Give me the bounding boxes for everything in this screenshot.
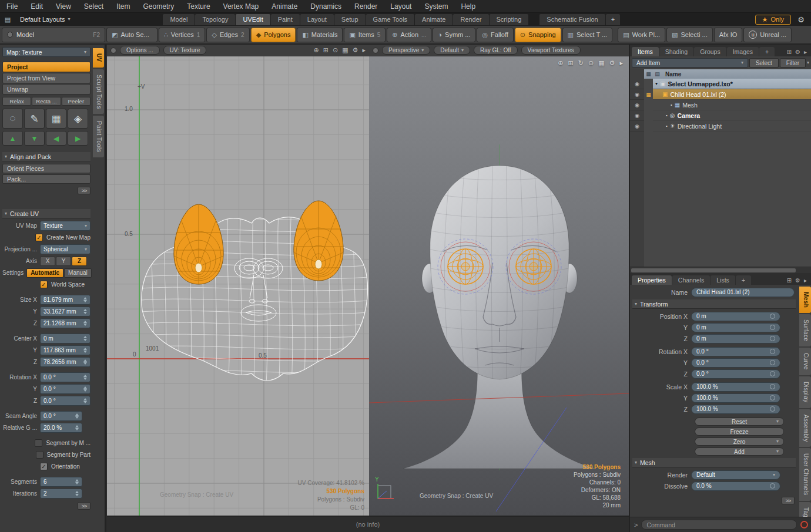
stepper[interactable] xyxy=(75,479,79,484)
item-name-field[interactable]: Child Head 01.lxl (2) xyxy=(691,288,795,297)
projection-type-dropdown[interactable]: Spherical ▾ xyxy=(40,244,91,254)
mini-slider-knob[interactable] xyxy=(770,325,775,330)
stepper[interactable] xyxy=(83,297,87,302)
tab-shading[interactable]: Shading xyxy=(659,47,694,56)
macro-record-button[interactable] xyxy=(800,521,808,528)
axis-y-button[interactable]: Y xyxy=(56,257,71,266)
tab-game-tools[interactable]: Game Tools xyxy=(366,14,415,25)
tab-assembly-props[interactable]: Assembly xyxy=(799,409,811,447)
scrollbar-thumb[interactable] xyxy=(631,268,796,272)
uv-pack-tool-button[interactable]: ◈ xyxy=(68,109,88,129)
tab-scripting[interactable]: Scripting xyxy=(490,14,529,25)
tab-user-channels-props[interactable]: User Channels xyxy=(799,448,811,500)
tab-schematic-fusion[interactable]: Schematic Fusion xyxy=(539,14,605,25)
ellipse-select-tool-button[interactable]: ◌ xyxy=(2,109,23,129)
menu-geometry[interactable]: Geometry xyxy=(137,2,181,11)
fit-icon[interactable]: ⊙ xyxy=(333,46,338,54)
move-down-button[interactable]: ▼ xyxy=(24,131,45,146)
stepper[interactable] xyxy=(83,321,87,326)
tab-sculpt-tools[interactable]: Sculpt Tools xyxy=(93,69,104,115)
tab-lists[interactable]: Lists xyxy=(711,275,735,285)
zoom-icon[interactable]: ⊕ xyxy=(314,46,319,54)
add-item-dropdown[interactable]: Add Item ▾ xyxy=(632,58,748,68)
tab-paint-tools[interactable]: Paint Tools xyxy=(93,116,104,157)
rotation-x-field[interactable]: 0.0 ° xyxy=(40,372,91,382)
map-selector-dropdown[interactable]: Map: Texture ▾ xyxy=(2,47,91,57)
viewport-textures-button[interactable]: Viewport Textures xyxy=(521,46,581,55)
settings-manual-button[interactable]: Manual xyxy=(64,268,92,278)
peeler-button[interactable]: Peeler xyxy=(62,97,91,106)
menu-item[interactable]: Item xyxy=(110,2,136,11)
stepper[interactable] xyxy=(83,359,87,365)
work-plane-button[interactable]: ▤ Work Pl... xyxy=(618,28,665,42)
collapse-icon[interactable]: ▾ xyxy=(655,81,658,86)
reset-button[interactable]: Reset ▾ xyxy=(695,417,784,426)
uv-canvas[interactable]: +V 1.0 0.5 0 0.5 1001 UV Coverage: 41.81… xyxy=(107,56,369,516)
afx-io-button[interactable]: Afx IO xyxy=(714,28,743,42)
mini-slider-knob[interactable] xyxy=(770,336,775,341)
shading-dropdown[interactable]: Default ▾ xyxy=(434,46,470,55)
menu-help[interactable]: Help xyxy=(454,2,482,11)
tab-groups[interactable]: Groups xyxy=(694,47,726,56)
mini-slider-knob[interactable] xyxy=(770,314,775,319)
tab-paint[interactable]: Paint xyxy=(271,14,300,25)
position-z-field[interactable]: 0 m xyxy=(691,334,780,344)
settings-automatic-button[interactable]: Automatic xyxy=(26,268,63,278)
more-options-button[interactable]: >> xyxy=(78,502,91,510)
stepper[interactable] xyxy=(83,398,87,403)
mini-slider-knob[interactable] xyxy=(770,395,775,400)
filter-funnel-icon[interactable]: ▾ xyxy=(807,60,809,65)
item-row-child-head[interactable]: ◉ ▦ ▣ Child Head 01.lxl (2) xyxy=(630,89,811,100)
axis-z-button[interactable]: Z xyxy=(72,257,87,266)
add-tab-button[interactable]: + xyxy=(736,275,751,285)
materials-mode-button[interactable]: ◧ Materials xyxy=(297,28,343,42)
tab-images[interactable]: Images xyxy=(727,47,759,56)
eye-icon[interactable]: ◉ xyxy=(630,121,644,132)
unwrap-button[interactable]: Unwrap xyxy=(2,84,91,95)
menu-dynamics[interactable]: Dynamics xyxy=(304,2,348,11)
tab-items[interactable]: Items xyxy=(632,47,659,56)
tab-setup[interactable]: Setup xyxy=(334,14,366,25)
mini-slider-knob[interactable] xyxy=(770,360,775,365)
menu-view[interactable]: View xyxy=(49,2,78,11)
item-row-camera[interactable]: ◉ • ◎ Camera xyxy=(630,110,811,121)
projection-dropdown[interactable]: Perspective ▾ xyxy=(382,46,430,55)
viewport-3d-canvas[interactable]: ⊕ ⊞ ↻ ⊙ ▦ ⚙ ▸ 530 Polygons Polygons : Su… xyxy=(369,56,629,516)
gear-icon[interactable]: ⚙ xyxy=(795,49,800,55)
pan-icon[interactable]: ⊞ xyxy=(787,277,792,284)
tab-properties[interactable]: Properties xyxy=(632,275,672,285)
segments-field[interactable]: 6 xyxy=(40,477,82,487)
add-tab-button[interactable]: + xyxy=(759,47,775,56)
grid-icon[interactable]: ▦ xyxy=(598,59,604,67)
filter-button[interactable]: Filter xyxy=(780,58,806,68)
rotation-x-field[interactable]: 0.0 ° xyxy=(691,347,780,356)
unreal-bridge-button[interactable]: u Unreal ... xyxy=(743,28,792,42)
mesh-layer-icon[interactable]: ▦ xyxy=(644,89,653,100)
size-y-field[interactable]: 33.1627 mm xyxy=(40,307,91,316)
pack-button[interactable]: Pack... xyxy=(2,174,91,184)
viewport-menu-icon[interactable] xyxy=(373,48,378,53)
center-z-field[interactable]: 78.2656 mm xyxy=(40,357,91,367)
menu-edit[interactable]: Edit xyxy=(24,2,49,11)
vertices-mode-button[interactable]: ∴ Vertices 1 xyxy=(159,28,206,42)
auto-select-button[interactable]: ◩ Auto Se... xyxy=(106,28,157,42)
selection-sets-button[interactable]: ▧ Selecti ... xyxy=(666,28,713,42)
eye-icon[interactable]: ◉ xyxy=(630,79,644,89)
item-list-horizontal-scrollbar[interactable] xyxy=(630,267,811,273)
move-up-button[interactable]: ▲ xyxy=(2,131,23,146)
gear-icon[interactable]: ⚙ xyxy=(791,15,811,24)
tab-surface-props[interactable]: Surface xyxy=(799,314,811,346)
menu-animate[interactable]: Animate xyxy=(265,2,304,11)
move-left-button[interactable]: ◀ xyxy=(46,131,66,146)
dissolve-field[interactable]: 0.0 % xyxy=(691,482,780,491)
pan-icon[interactable]: ⊞ xyxy=(568,59,574,67)
tab-mesh-props[interactable]: Mesh xyxy=(799,287,811,313)
menu-vertex-map[interactable]: Vertex Map xyxy=(217,2,266,11)
mini-slider-knob[interactable] xyxy=(770,349,775,354)
create-uv-section-header[interactable]: ▾ Create UV xyxy=(2,209,91,219)
item-row-directional-light[interactable]: ◉ • ☀ Directional Light xyxy=(630,121,811,132)
tab-model[interactable]: Model xyxy=(163,14,195,25)
relative-gap-field[interactable]: 20.0 % xyxy=(40,423,82,433)
stepper[interactable] xyxy=(75,413,79,419)
gear-icon[interactable]: ⚙ xyxy=(609,59,615,67)
